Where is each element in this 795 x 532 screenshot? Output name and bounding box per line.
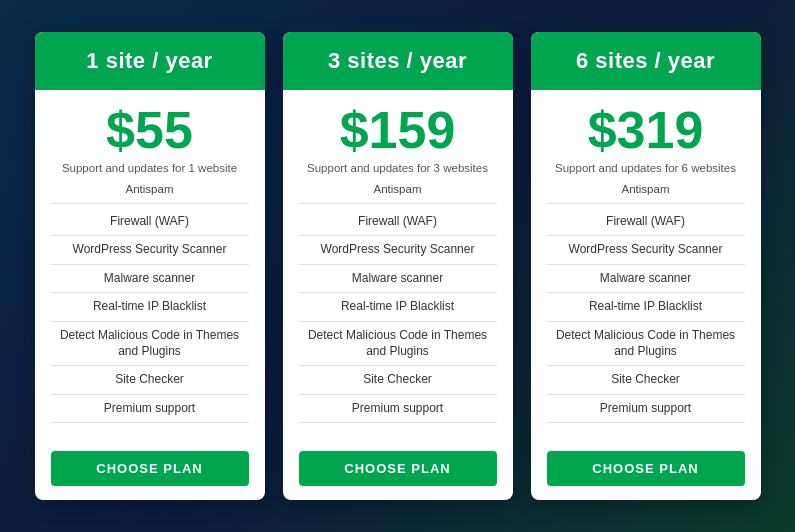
feature-item: WordPress Security Scanner [51, 236, 249, 265]
card-header: 1 site / year [35, 32, 265, 90]
feature-item: Site Checker [51, 366, 249, 395]
feature-item: Detect Malicious Code in Themes and Plug… [299, 322, 497, 366]
choose-plan-button[interactable]: CHOOSE PLAN [299, 451, 497, 486]
feature-item: Real-time IP Blacklist [547, 293, 745, 322]
pricing-card-1: 1 site / year$55Support and updates for … [35, 32, 265, 501]
feature-item: WordPress Security Scanner [547, 236, 745, 265]
plan-support-text: Support and updates for 3 websites [307, 162, 488, 174]
feature-item: Antispam [547, 182, 745, 204]
plan-price: $319 [588, 104, 704, 156]
plan-title: 1 site / year [47, 48, 253, 74]
feature-item: Malware scanner [547, 265, 745, 294]
plan-support-text: Support and updates for 6 websites [555, 162, 736, 174]
card-header: 6 sites / year [531, 32, 761, 90]
feature-item: Malware scanner [299, 265, 497, 294]
card-footer: CHOOSE PLAN [35, 437, 265, 500]
plan-title: 3 sites / year [295, 48, 501, 74]
pricing-card-2: 3 sites / year$159Support and updates fo… [283, 32, 513, 501]
feature-item: Premium support [51, 395, 249, 424]
feature-item: Premium support [547, 395, 745, 424]
feature-list: AntispamFirewall (WAF)WordPress Security… [299, 182, 497, 424]
feature-item: Antispam [51, 182, 249, 204]
pricing-card-3: 6 sites / year$319Support and updates fo… [531, 32, 761, 501]
feature-item: Malware scanner [51, 265, 249, 294]
plan-title: 6 sites / year [543, 48, 749, 74]
feature-item: Premium support [299, 395, 497, 424]
card-body: $55Support and updates for 1 websiteAnti… [35, 90, 265, 438]
feature-item: Detect Malicious Code in Themes and Plug… [547, 322, 745, 366]
choose-plan-button[interactable]: CHOOSE PLAN [547, 451, 745, 486]
feature-item: Detect Malicious Code in Themes and Plug… [51, 322, 249, 366]
feature-item: Firewall (WAF) [51, 208, 249, 237]
feature-item: Real-time IP Blacklist [299, 293, 497, 322]
card-footer: CHOOSE PLAN [531, 437, 761, 500]
plan-price: $55 [106, 104, 193, 156]
feature-list: AntispamFirewall (WAF)WordPress Security… [547, 182, 745, 424]
card-body: $159Support and updates for 3 websitesAn… [283, 90, 513, 438]
feature-item: Antispam [299, 182, 497, 204]
plan-support-text: Support and updates for 1 website [62, 162, 237, 174]
feature-item: Firewall (WAF) [299, 208, 497, 237]
feature-list: AntispamFirewall (WAF)WordPress Security… [51, 182, 249, 424]
pricing-container: 1 site / year$55Support and updates for … [15, 12, 781, 521]
feature-item: WordPress Security Scanner [299, 236, 497, 265]
feature-item: Site Checker [299, 366, 497, 395]
choose-plan-button[interactable]: CHOOSE PLAN [51, 451, 249, 486]
feature-item: Site Checker [547, 366, 745, 395]
feature-item: Real-time IP Blacklist [51, 293, 249, 322]
plan-price: $159 [340, 104, 456, 156]
card-header: 3 sites / year [283, 32, 513, 90]
card-footer: CHOOSE PLAN [283, 437, 513, 500]
feature-item: Firewall (WAF) [547, 208, 745, 237]
card-body: $319Support and updates for 6 websitesAn… [531, 90, 761, 438]
